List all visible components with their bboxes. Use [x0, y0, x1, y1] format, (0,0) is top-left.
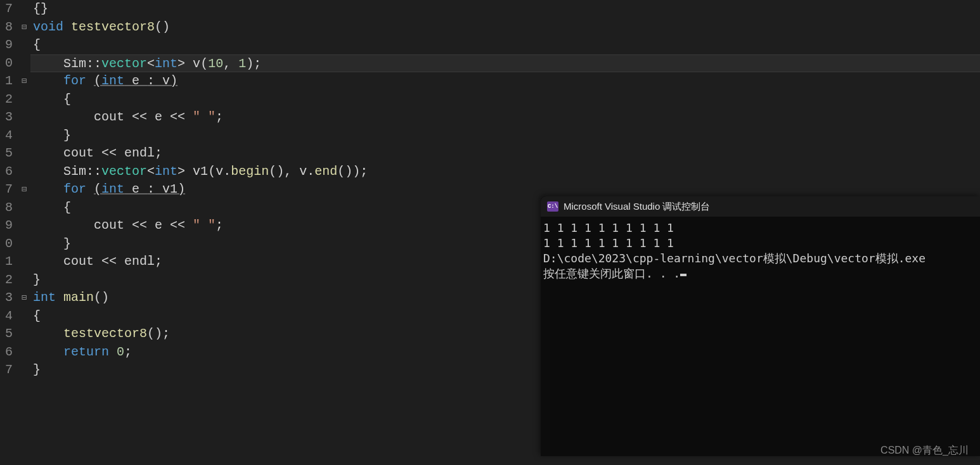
code-token: vector [101, 164, 147, 179]
code-token: int [33, 290, 56, 305]
code-token [86, 73, 94, 88]
code-token: ); [246, 56, 261, 71]
watermark: CSDN @青色_忘川 [880, 444, 969, 457]
code-line[interactable]: {} [33, 0, 980, 18]
code-token: { [33, 37, 41, 52]
code-line[interactable]: void testvector8() [33, 18, 980, 37]
code-token: v [299, 164, 307, 179]
code-token: v1 [155, 182, 177, 196]
code-token [109, 345, 117, 359]
code-token: int [101, 182, 124, 196]
code-token [33, 182, 63, 196]
code-token: Sim [63, 56, 86, 71]
code-token: 1 [238, 56, 246, 71]
fold-spacer [18, 325, 30, 343]
line-number: 7 [0, 361, 13, 379]
console-line: D:\code\2023\cpp-learning\vector模拟\Debug… [543, 251, 977, 266]
code-token: end [314, 164, 337, 179]
code-token: begin [231, 164, 269, 179]
code-token: v [216, 164, 223, 179]
console-app-icon: C:\ [547, 201, 558, 212]
code-token: { [33, 309, 41, 323]
code-token: e [155, 218, 170, 232]
code-token: e [124, 182, 147, 196]
code-token: ) [177, 182, 185, 196]
code-token: { [63, 200, 71, 215]
fold-toggle-icon[interactable]: ⊟ [18, 181, 30, 199]
code-token: () [94, 290, 109, 305]
code-line[interactable]: { [33, 36, 980, 54]
code-line[interactable]: cout << e << " "; [33, 108, 980, 127]
console-line: 按任意键关闭此窗口. . . [543, 266, 977, 281]
line-number: 7 [0, 181, 13, 199]
line-number: 3 [0, 108, 13, 127]
code-token: ( [200, 56, 208, 71]
code-token: " " [193, 110, 216, 124]
code-token: } [63, 236, 71, 251]
line-number: 2 [0, 271, 13, 290]
code-token [63, 20, 71, 34]
code-token [33, 200, 63, 215]
code-token: ) [170, 73, 177, 88]
code-token: << [101, 254, 124, 269]
fold-toggle-icon[interactable]: ⊟ [18, 72, 30, 91]
code-token: int [155, 164, 177, 179]
code-token: 0 [117, 345, 124, 359]
code-line[interactable]: } [33, 127, 980, 145]
fold-spacer [18, 307, 30, 326]
code-line[interactable]: Sim::vector<int> v(10, 1); [30, 54, 980, 73]
code-token: for [63, 73, 86, 88]
fold-spacer [18, 253, 30, 271]
fold-spacer [18, 0, 30, 18]
code-token: e [124, 73, 147, 88]
line-number: 0 [0, 54, 13, 73]
code-token: : [147, 182, 155, 196]
code-token: vector [101, 56, 147, 71]
code-token: << [132, 218, 155, 232]
code-token: ( [208, 164, 216, 179]
line-number: 4 [0, 307, 13, 326]
code-token [33, 164, 63, 179]
code-line[interactable]: for (int e : v) [33, 72, 980, 91]
fold-spacer [18, 127, 30, 145]
fold-toggle-icon[interactable]: ⊟ [18, 18, 30, 37]
line-number: 1 [0, 253, 13, 271]
console-line: 1 1 1 1 1 1 1 1 1 1 [543, 220, 977, 236]
code-token: ; [155, 146, 162, 160]
console-titlebar[interactable]: C:\ Microsoft Visual Studio 调试控制台 [541, 196, 980, 217]
code-token: endl [124, 254, 155, 269]
code-token: v [193, 56, 200, 71]
code-token: > [177, 56, 193, 71]
code-token: Sim [63, 164, 86, 179]
code-token: ; [216, 218, 223, 232]
console-output[interactable]: 1 1 1 1 1 1 1 1 1 11 1 1 1 1 1 1 1 1 1D:… [541, 217, 980, 285]
code-token: e [155, 110, 170, 124]
line-number: 7 [0, 0, 13, 18]
line-number: 0 [0, 235, 13, 253]
code-line[interactable]: cout << endl; [33, 144, 980, 163]
fold-spacer [18, 271, 30, 290]
code-token: : [147, 73, 155, 88]
code-line[interactable]: Sim::vector<int> v1(v.begin(), v.end()); [33, 163, 980, 181]
console-title: Microsoft Visual Studio 调试控制台 [564, 201, 710, 213]
code-token: { [63, 92, 71, 106]
line-number: 9 [0, 217, 13, 235]
cursor-icon [680, 274, 687, 276]
code-token [33, 326, 63, 341]
code-token: } [33, 362, 41, 377]
code-token: testvector8 [63, 326, 147, 341]
code-token: { [33, 1, 41, 16]
fold-spacer [18, 54, 30, 73]
fold-spacer [18, 235, 30, 253]
fold-toggle-icon[interactable]: ⊟ [18, 289, 30, 307]
fold-gutter[interactable]: ⊟⊟⊟⊟ [18, 0, 30, 465]
fold-spacer [18, 343, 30, 362]
code-token [33, 345, 63, 359]
code-token [33, 254, 63, 269]
code-token [33, 146, 63, 160]
debug-console-window[interactable]: C:\ Microsoft Visual Studio 调试控制台 1 1 1 … [541, 196, 980, 456]
line-number: 4 [0, 127, 13, 145]
code-line[interactable]: { [33, 91, 980, 109]
code-token: } [63, 128, 71, 143]
code-token: << [101, 146, 124, 160]
